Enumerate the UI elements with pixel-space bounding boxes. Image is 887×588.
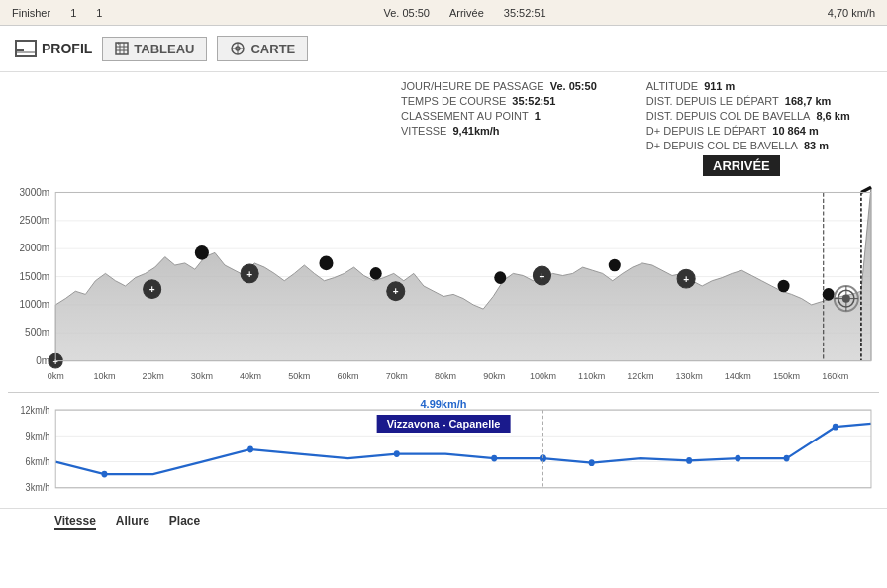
header-day-time: Ve. 05:50 — [383, 7, 430, 19]
svg-text:70km: 70km — [386, 371, 408, 381]
carte-label: CARTE — [250, 42, 295, 56]
tab-bar: ▬ PROFIL + TABLEAU CARTE — [0, 26, 887, 72]
svg-text:500m: 500m — [25, 327, 49, 338]
svg-point-84 — [491, 455, 497, 462]
header-vitesse: 4,70 km/h — [828, 7, 875, 19]
svg-point-42 — [319, 256, 333, 271]
info-right: ALTITUDE911 m DIST. DEPUIS LE DÉPART168,… — [646, 80, 850, 151]
svg-point-44 — [494, 271, 506, 284]
svg-text:10km: 10km — [93, 371, 115, 381]
tab-profil[interactable]: ▬ PROFIL — [15, 40, 92, 57]
bottom-tab-allure[interactable]: Allure — [116, 514, 149, 530]
header-bar: Finisher 1 1 Ve. 05:50 Arrivée 35:52:51 … — [0, 0, 887, 26]
header-col2: 1 — [96, 7, 102, 19]
svg-text:60km: 60km — [338, 371, 359, 381]
svg-point-88 — [735, 455, 740, 462]
svg-text:▬: ▬ — [17, 46, 24, 52]
svg-text:20km: 20km — [143, 371, 164, 381]
svg-point-82 — [247, 446, 253, 453]
svg-text:80km: 80km — [435, 371, 456, 381]
speed-chart: 4.99km/h Vizzavona - Capanelle 12km/h 9k… — [8, 392, 879, 506]
info-left: JOUR/HEURE DE PASSAGEVe. 05:50 TEMPS DE … — [401, 80, 597, 151]
profil-icon: ▬ — [15, 40, 37, 57]
svg-point-46 — [778, 280, 790, 293]
speed-svg: 12km/h 9km/h 6km/h 3km/h — [8, 393, 879, 506]
svg-text:3000m: 3000m — [20, 186, 50, 197]
svg-point-45 — [609, 259, 621, 272]
svg-text:140km: 140km — [725, 371, 751, 381]
svg-text:+: + — [393, 286, 399, 297]
header-temps: 35:52:51 — [504, 7, 546, 19]
svg-text:9km/h: 9km/h — [26, 430, 50, 441]
finisher-label: Finisher — [12, 7, 50, 19]
tableau-icon: + — [115, 42, 129, 55]
svg-point-41 — [195, 245, 209, 260]
svg-text:120km: 120km — [627, 371, 653, 381]
speed-tooltip: Vizzavona - Capanelle — [377, 415, 511, 433]
svg-text:100km: 100km — [530, 371, 556, 381]
svg-point-87 — [686, 457, 692, 464]
svg-text:0km: 0km — [48, 371, 64, 381]
tab-carte[interactable]: CARTE — [217, 36, 308, 61]
svg-text:110km: 110km — [578, 371, 605, 381]
svg-point-86 — [589, 459, 595, 466]
svg-marker-27 — [55, 187, 871, 360]
svg-text:40km: 40km — [240, 371, 261, 381]
bottom-tab-place[interactable]: Place — [169, 514, 200, 530]
svg-text:2000m: 2000m — [20, 243, 50, 253]
svg-text:3km/h: 3km/h — [26, 482, 50, 494]
svg-text:+: + — [246, 268, 252, 279]
bottom-tabs: Vitesse Allure Place — [0, 508, 887, 535]
svg-point-90 — [833, 424, 838, 431]
charts-container: 3000m 2500m 2000m 1500m 1000m 500m 0m + … — [0, 182, 887, 506]
svg-text:+: + — [149, 284, 155, 295]
svg-text:+: + — [117, 42, 120, 46]
svg-text:1500m: 1500m — [20, 271, 50, 282]
svg-point-43 — [370, 267, 382, 280]
elevation-chart: 3000m 2500m 2000m 1500m 1000m 500m 0m + … — [8, 182, 879, 390]
svg-point-89 — [784, 455, 790, 462]
arrivee-badge: ARRIVÉE — [703, 155, 780, 176]
svg-text:30km: 30km — [191, 371, 213, 381]
speed-value: 4.99km/h — [420, 398, 466, 410]
svg-text:+: + — [683, 274, 689, 285]
header-arrivee: Arrivée — [449, 7, 484, 19]
tableau-label: TABLEAU — [134, 42, 194, 56]
svg-text:50km: 50km — [288, 371, 310, 381]
svg-point-47 — [823, 288, 835, 301]
svg-text:6km/h: 6km/h — [26, 455, 50, 467]
svg-text:130km: 130km — [676, 371, 703, 381]
svg-text:160km: 160km — [822, 371, 848, 381]
svg-text:150km: 150km — [773, 371, 800, 381]
svg-text:0m: 0m — [36, 355, 49, 366]
carte-icon — [230, 41, 246, 56]
svg-point-83 — [394, 450, 400, 457]
profil-label: PROFIL — [42, 41, 92, 56]
header-col1: 1 — [70, 7, 76, 19]
svg-text:12km/h: 12km/h — [21, 404, 50, 416]
svg-line-28 — [861, 187, 871, 192]
svg-text:+: + — [540, 271, 545, 282]
svg-text:90km: 90km — [483, 371, 505, 381]
bottom-tab-vitesse[interactable]: Vitesse — [54, 514, 96, 530]
elevation-svg: 3000m 2500m 2000m 1500m 1000m 500m 0m + … — [8, 182, 879, 390]
svg-text:1000m: 1000m — [20, 299, 50, 310]
svg-point-81 — [101, 471, 107, 478]
tab-tableau[interactable]: + TABLEAU — [102, 37, 207, 61]
svg-text:2500m: 2500m — [20, 215, 50, 226]
